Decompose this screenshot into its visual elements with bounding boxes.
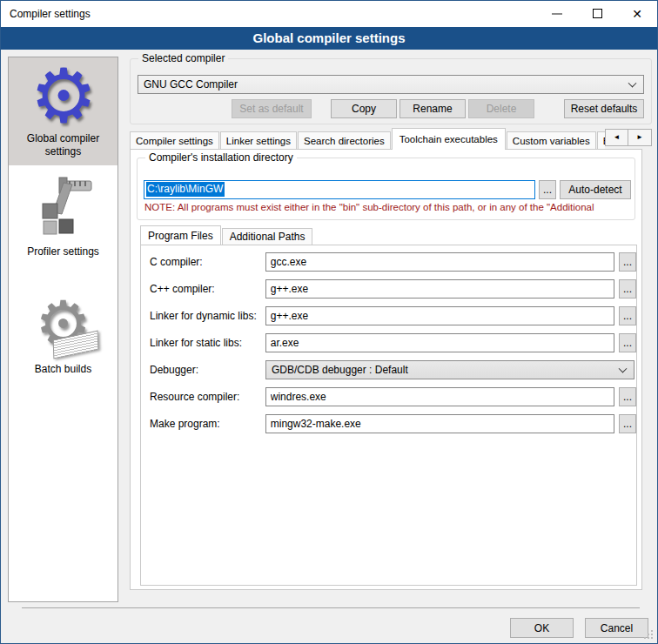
debugger-select-value: GDB/CDB debugger : Default xyxy=(272,364,408,376)
settings-category-list: ⚙ Global compiler settings Profiler sett… xyxy=(8,57,118,602)
tab-custom-variables[interactable]: Custom variables xyxy=(507,131,596,150)
minimize-icon xyxy=(552,13,562,15)
cpp-compiler-input[interactable] xyxy=(265,279,614,299)
tab-search-directories[interactable]: Search directories xyxy=(298,131,391,150)
browse-cpp-compiler-button[interactable]: ... xyxy=(619,279,636,299)
installation-directory-group: Compiler's installation directory C:\ray… xyxy=(137,158,635,220)
compiler-select[interactable]: GNU GCC Compiler xyxy=(138,75,644,94)
tab-linker-settings[interactable]: Linker settings xyxy=(220,131,297,150)
browse-c-compiler-button[interactable]: ... xyxy=(619,252,636,272)
sidebar-item-profiler-settings[interactable]: Profiler settings xyxy=(9,171,118,265)
chevron-down-icon xyxy=(628,79,637,88)
browse-make-program-button[interactable]: ... xyxy=(619,414,636,433)
maximize-icon xyxy=(593,9,602,18)
compiler-buttons-row: Set as default Copy Rename Delete Reset … xyxy=(131,99,644,118)
browse-directory-button[interactable]: ... xyxy=(539,180,556,199)
maximize-button[interactable] xyxy=(584,1,610,26)
field-row: Resource compiler: ... xyxy=(150,387,636,406)
close-icon: ✕ xyxy=(632,7,642,21)
compiler-select-value: GNU GCC Compiler xyxy=(144,78,238,91)
tab-program-files[interactable]: Program Files xyxy=(140,225,221,245)
resource-compiler-input[interactable] xyxy=(265,387,614,406)
window-title: Compiler settings xyxy=(10,1,91,27)
copy-button[interactable]: Copy xyxy=(331,99,397,118)
title-bar[interactable]: Compiler settings ✕ xyxy=(1,1,657,27)
installation-directory-group-label: Compiler's installation directory xyxy=(145,151,297,164)
field-label: C++ compiler: xyxy=(150,283,265,295)
close-button[interactable]: ✕ xyxy=(624,1,650,26)
paper-stack-icon xyxy=(52,331,98,359)
ok-button[interactable]: OK xyxy=(510,618,574,638)
c-compiler-input[interactable] xyxy=(265,252,614,272)
sidebar-item-global-compiler-settings[interactable]: ⚙ Global compiler settings xyxy=(9,57,118,165)
static-linker-input[interactable] xyxy=(265,333,614,352)
field-row: Debugger: GDB/CDB debugger : Default xyxy=(150,360,636,379)
settings-tab-strip: Compiler settings Linker settings Search… xyxy=(130,128,605,150)
program-files-page: C compiler: ... C++ compiler: ... Linker… xyxy=(140,245,637,586)
delete-button[interactable]: Delete xyxy=(468,99,534,118)
reset-defaults-button[interactable]: Reset defaults xyxy=(564,99,644,118)
field-label: Make program: xyxy=(150,418,265,430)
field-label: Resource compiler: xyxy=(150,391,265,403)
field-row: Make program: ... xyxy=(150,414,636,433)
tab-scroll-right-icon[interactable]: ► xyxy=(628,129,652,146)
installation-directory-input[interactable]: C:\raylib\MinGW xyxy=(144,180,535,199)
footer-divider xyxy=(22,607,640,608)
field-label: C compiler: xyxy=(150,256,265,268)
make-program-input[interactable] xyxy=(265,414,614,433)
program-files-tab-strip: Program Files Additional Paths xyxy=(140,225,313,245)
tab-scroll-left-icon[interactable]: ◄ xyxy=(605,129,628,146)
chevron-down-icon xyxy=(619,365,628,373)
compiler-settings-dialog: Compiler settings ✕ Global compiler sett… xyxy=(0,0,658,644)
tab-scroll-arrows: ◄ ► xyxy=(605,129,652,146)
browse-dynamic-linker-button[interactable]: ... xyxy=(619,306,636,325)
tab-toolchain-executables[interactable]: Toolchain executables xyxy=(392,128,506,150)
dynamic-linker-input[interactable] xyxy=(265,306,614,325)
selected-compiler-group: Selected compiler GNU GCC Compiler Set a… xyxy=(130,58,652,124)
cancel-button[interactable]: Cancel xyxy=(585,618,648,638)
installation-directory-value: C:\raylib\MinGW xyxy=(146,182,225,197)
browse-static-linker-button[interactable]: ... xyxy=(619,333,636,352)
tab-build-options[interactable]: Build xyxy=(597,131,605,150)
browse-resource-compiler-button[interactable]: ... xyxy=(619,387,636,406)
minimize-button[interactable] xyxy=(544,1,570,26)
field-row: Linker for static libs: ... xyxy=(150,333,636,352)
sidebar-item-label: Batch builds xyxy=(11,363,115,376)
set-as-default-button[interactable]: Set as default xyxy=(232,99,312,118)
tab-compiler-settings[interactable]: Compiler settings xyxy=(130,131,219,150)
debugger-select[interactable]: GDB/CDB debugger : Default xyxy=(265,360,634,379)
field-row: Linker for dynamic libs: ... xyxy=(150,306,636,325)
grey-gear-stack-icon: ⚙ xyxy=(30,293,97,359)
tab-additional-paths[interactable]: Additional Paths xyxy=(222,228,313,245)
auto-detect-button[interactable]: Auto-detect xyxy=(560,180,631,199)
sidebar-item-batch-builds[interactable]: ⚙ Batch builds xyxy=(9,288,118,383)
bin-subdirectory-note: NOTE: All programs must exist either in … xyxy=(144,202,632,212)
field-row: C compiler: ... xyxy=(150,252,636,272)
selected-compiler-group-label: Selected compiler xyxy=(138,52,228,65)
page-title: Global compiler settings xyxy=(1,27,657,50)
caliper-cubes-icon xyxy=(30,176,97,242)
blue-gear-icon: ⚙ xyxy=(30,63,97,129)
field-label: Linker for dynamic libs: xyxy=(150,310,265,322)
field-row: C++ compiler: ... xyxy=(150,279,636,299)
rename-button[interactable]: Rename xyxy=(400,99,466,118)
sidebar-item-label: Profiler settings xyxy=(11,245,115,258)
field-label: Debugger: xyxy=(150,364,265,376)
resize-grip[interactable] xyxy=(651,637,653,639)
field-label: Linker for static libs: xyxy=(150,337,265,349)
